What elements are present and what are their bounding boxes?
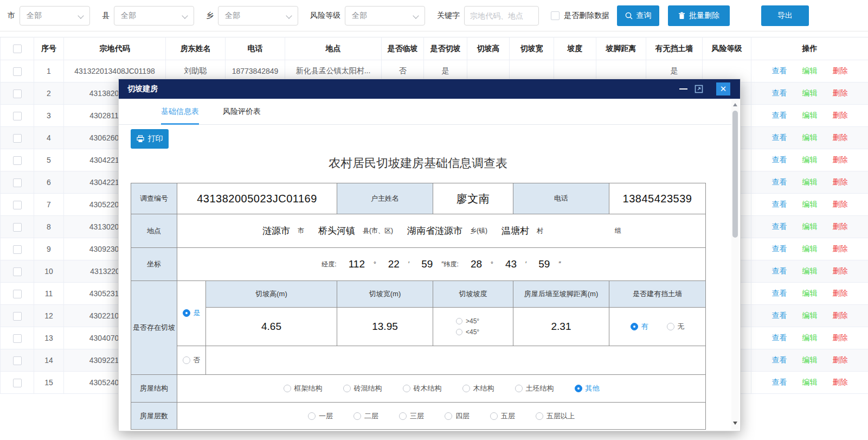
edit-link[interactable]: 编辑 xyxy=(802,222,818,231)
radio-option[interactable]: 土坯结构 xyxy=(515,384,554,393)
select-all-checkbox[interactable] xyxy=(13,44,22,53)
tab-risk-evaluation[interactable]: 风险评价表 xyxy=(223,99,261,124)
edit-link[interactable]: 编辑 xyxy=(802,88,818,97)
delete-link[interactable]: 删除 xyxy=(833,378,848,386)
delete-link[interactable]: 删除 xyxy=(833,222,848,231)
delete-link[interactable]: 删除 xyxy=(833,311,848,320)
delete-link[interactable]: 删除 xyxy=(833,88,848,97)
edit-link[interactable]: 编辑 xyxy=(802,289,818,297)
radio-option[interactable]: 一层 xyxy=(308,411,333,421)
radio-option[interactable]: 框架结构 xyxy=(284,384,323,393)
delete-link[interactable]: 删除 xyxy=(833,177,848,186)
radio-option[interactable]: 二层 xyxy=(353,411,378,421)
delete-link[interactable]: 删除 xyxy=(833,289,848,297)
delete-link[interactable]: 删除 xyxy=(833,155,848,164)
view-link[interactable]: 查看 xyxy=(772,66,787,75)
radio-option[interactable]: 无 xyxy=(667,322,685,331)
edit-link[interactable]: 编辑 xyxy=(802,177,818,186)
edit-link[interactable]: 编辑 xyxy=(802,244,818,253)
batch-delete-button[interactable]: 批量删除 xyxy=(668,5,730,26)
delete-link[interactable]: 删除 xyxy=(833,266,848,275)
row-checkbox[interactable] xyxy=(13,178,22,187)
row-checkbox[interactable] xyxy=(13,267,22,276)
edit-link[interactable]: 编辑 xyxy=(802,200,818,208)
export-button[interactable]: 导出 xyxy=(761,5,809,26)
radio-option[interactable]: 砖混结构 xyxy=(343,384,382,393)
row-checkbox[interactable] xyxy=(13,67,22,76)
scrollbar-thumb[interactable] xyxy=(732,111,738,238)
radio-option[interactable]: 木结构 xyxy=(462,384,494,393)
tab-basic-info[interactable]: 基础信息表 xyxy=(161,99,199,124)
close-icon[interactable]: ✕ xyxy=(716,82,730,95)
delete-link[interactable]: 删除 xyxy=(833,111,848,119)
cut-exists-yes-radio[interactable]: 是 xyxy=(183,308,201,318)
delete-link[interactable]: 删除 xyxy=(833,244,848,253)
city-select[interactable]: 全部 xyxy=(20,6,90,25)
delete-link[interactable]: 删除 xyxy=(833,66,848,75)
scroll-up-arrow-icon[interactable] xyxy=(731,100,739,109)
cut-exists-no-radio[interactable]: 否 xyxy=(183,355,201,365)
view-link[interactable]: 查看 xyxy=(772,177,787,186)
edit-link[interactable]: 编辑 xyxy=(802,133,818,142)
row-checkbox[interactable] xyxy=(13,312,22,321)
view-link[interactable]: 查看 xyxy=(772,133,787,142)
edit-link[interactable]: 编辑 xyxy=(802,378,818,386)
township-select[interactable]: 全部 xyxy=(218,6,298,25)
radio-option[interactable]: 有 xyxy=(631,322,648,331)
edit-link[interactable]: 编辑 xyxy=(802,155,818,164)
view-link[interactable]: 查看 xyxy=(772,244,787,253)
radio-option[interactable]: 三层 xyxy=(399,411,424,421)
edit-link[interactable]: 编辑 xyxy=(802,355,818,364)
view-link[interactable]: 查看 xyxy=(772,289,787,297)
county-select[interactable]: 全部 xyxy=(114,6,194,25)
row-checkbox[interactable] xyxy=(13,334,22,343)
view-link[interactable]: 查看 xyxy=(772,311,787,320)
delete-link[interactable]: 删除 xyxy=(833,355,848,364)
edit-link[interactable]: 编辑 xyxy=(802,66,818,75)
print-button[interactable]: 打印 xyxy=(131,129,169,149)
edit-link[interactable]: 编辑 xyxy=(802,311,818,320)
view-link[interactable]: 查看 xyxy=(772,378,787,386)
edit-link[interactable]: 编辑 xyxy=(802,333,818,342)
row-checkbox[interactable] xyxy=(13,201,22,209)
row-checkbox[interactable] xyxy=(13,290,22,298)
view-link[interactable]: 查看 xyxy=(772,355,787,364)
delete-link[interactable]: 删除 xyxy=(833,200,848,208)
delete-link[interactable]: 删除 xyxy=(833,333,848,342)
view-link[interactable]: 查看 xyxy=(772,155,787,164)
minimize-icon[interactable] xyxy=(679,88,687,90)
row-checkbox[interactable] xyxy=(13,134,22,143)
keyword-input[interactable] xyxy=(464,6,539,25)
maximize-icon[interactable] xyxy=(695,85,703,93)
row-checkbox[interactable] xyxy=(13,156,22,165)
radio-option[interactable]: 五层以上 xyxy=(536,411,575,421)
view-link[interactable]: 查看 xyxy=(772,200,787,208)
edit-link[interactable]: 编辑 xyxy=(802,266,818,275)
radio-option[interactable]: 砖木结构 xyxy=(403,384,442,393)
modal-scrollbar[interactable] xyxy=(731,99,739,430)
radio-option[interactable]: 四层 xyxy=(445,411,470,421)
deleted-data-checkbox[interactable] xyxy=(551,11,560,20)
risk-level-select[interactable]: 全部 xyxy=(345,6,425,25)
edit-link[interactable]: 编辑 xyxy=(802,111,818,119)
delete-link[interactable]: 删除 xyxy=(833,133,848,142)
radio-option[interactable]: >45° xyxy=(456,317,479,325)
query-button[interactable]: 查询 xyxy=(617,5,659,26)
radio-option[interactable]: <45° xyxy=(456,328,479,336)
radio-option[interactable]: 五层 xyxy=(490,411,515,421)
scroll-down-arrow-icon[interactable] xyxy=(731,419,739,428)
view-link[interactable]: 查看 xyxy=(772,266,787,275)
column-header-9: 坡度 xyxy=(554,37,596,60)
row-checkbox[interactable] xyxy=(13,356,22,365)
view-link[interactable]: 查看 xyxy=(772,111,787,119)
radio-option[interactable]: 其他 xyxy=(575,384,600,393)
row-checkbox[interactable] xyxy=(13,112,22,120)
row-checkbox[interactable] xyxy=(13,90,22,98)
row-checkbox[interactable] xyxy=(13,245,22,254)
row-checkbox[interactable] xyxy=(13,379,22,387)
view-link[interactable]: 查看 xyxy=(772,333,787,342)
view-link[interactable]: 查看 xyxy=(772,222,787,231)
floors-label: 房屋层数 xyxy=(131,403,177,430)
view-link[interactable]: 查看 xyxy=(772,88,787,97)
row-checkbox[interactable] xyxy=(13,223,22,232)
